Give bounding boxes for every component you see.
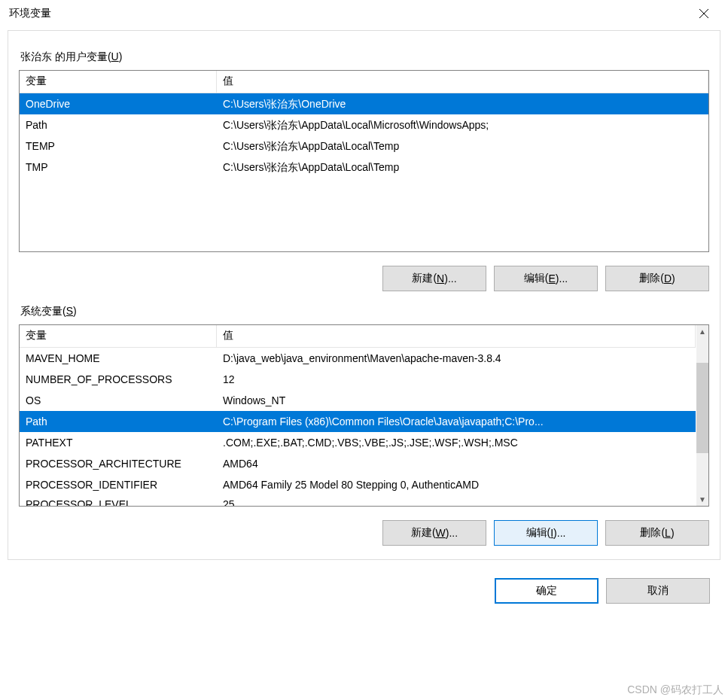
sys-list-header: 变量 值	[20, 325, 696, 348]
ok-button[interactable]: 确定	[495, 578, 599, 604]
user-vars-label: 张治东 的用户变量(U)	[20, 50, 709, 64]
header-variable[interactable]: 变量	[20, 71, 217, 93]
dialog-button-row: 确定 取消	[0, 578, 710, 604]
cell-variable: TEMP	[20, 135, 217, 157]
table-row[interactable]: PathC:\Users\张治东\AppData\Local\Microsoft…	[20, 114, 708, 135]
sys-edit-button[interactable]: 编辑(I)...	[494, 520, 598, 546]
cancel-button[interactable]: 取消	[606, 578, 710, 604]
cell-value: 25	[217, 495, 696, 506]
cell-variable: MAVEN_HOME	[20, 348, 217, 369]
cell-value: AMD64 Family 25 Model 80 Stepping 0, Aut…	[217, 474, 696, 495]
cell-variable: TMP	[20, 157, 217, 178]
table-row[interactable]: TMPC:\Users\张治东\AppData\Local\Temp	[20, 157, 708, 178]
table-row[interactable]: OSWindows_NT	[20, 390, 696, 411]
system-button-row: 新建(W)... 编辑(I)... 删除(L)	[19, 520, 709, 546]
cell-value: Windows_NT	[217, 390, 696, 411]
window-title: 环境变量	[9, 7, 689, 20]
cell-value: D:\java_web\java_environment\Maven\apach…	[217, 348, 696, 369]
table-row[interactable]: OneDriveC:\Users\张治东\OneDrive	[20, 93, 708, 114]
cell-variable: PROCESSOR_ARCHITECTURE	[20, 453, 217, 474]
titlebar: 环境变量	[0, 0, 728, 27]
table-row[interactable]: TEMPC:\Users\张治东\AppData\Local\Temp	[20, 135, 708, 157]
table-row[interactable]: NUMBER_OF_PROCESSORS12	[20, 369, 696, 390]
cell-variable: OS	[20, 390, 217, 411]
cell-variable: NUMBER_OF_PROCESSORS	[20, 369, 217, 390]
table-row[interactable]: PROCESSOR_IDENTIFIERAMD64 Family 25 Mode…	[20, 474, 696, 495]
cell-variable: Path	[20, 114, 217, 135]
header-variable[interactable]: 变量	[20, 325, 217, 347]
cell-value: C:\Program Files (x86)\Common Files\Orac…	[217, 411, 696, 432]
header-value[interactable]: 值	[217, 71, 708, 93]
cell-value: .COM;.EXE;.BAT;.CMD;.VBS;.VBE;.JS;.JSE;.…	[217, 432, 696, 453]
sys-new-button[interactable]: 新建(W)...	[382, 520, 486, 546]
user-list-header: 变量 值	[20, 71, 708, 93]
cell-value: AMD64	[217, 453, 696, 474]
table-row[interactable]: PROCESSOR_LEVEL25	[20, 495, 696, 506]
watermark: CSDN @码农打工人	[627, 683, 723, 697]
cell-value: C:\Users\张治东\AppData\Local\Temp	[217, 157, 708, 178]
user-button-row: 新建(N)... 编辑(E)... 删除(D)	[19, 266, 709, 291]
scroll-thumb[interactable]	[696, 363, 708, 453]
cell-value: C:\Users\张治东\AppData\Local\Temp	[217, 135, 708, 157]
cell-variable: PROCESSOR_IDENTIFIER	[20, 474, 217, 495]
cell-variable: PROCESSOR_LEVEL	[20, 495, 217, 506]
user-vars-list[interactable]: 变量 值 OneDriveC:\Users\张治东\OneDrivePathC:…	[19, 70, 709, 252]
dialog-body: 张治东 的用户变量(U) 变量 值 OneDriveC:\Users\张治东\O…	[8, 30, 720, 560]
scrollbar[interactable]: ▲ ▼	[696, 325, 708, 506]
scroll-up-icon[interactable]: ▲	[696, 325, 708, 338]
table-row[interactable]: MAVEN_HOMED:\java_web\java_environment\M…	[20, 348, 696, 369]
system-vars-label: 系统变量(S)	[20, 305, 709, 318]
system-vars-list[interactable]: 变量 值 MAVEN_HOMED:\java_web\java_environm…	[19, 324, 709, 507]
cell-variable: OneDrive	[20, 93, 217, 114]
cell-value: C:\Users\张治东\OneDrive	[217, 93, 708, 114]
close-icon[interactable]	[689, 2, 719, 25]
header-value[interactable]: 值	[217, 325, 696, 347]
table-row[interactable]: PROCESSOR_ARCHITECTUREAMD64	[20, 453, 696, 474]
sys-delete-button[interactable]: 删除(L)	[605, 520, 709, 546]
user-delete-button[interactable]: 删除(D)	[605, 266, 709, 291]
table-row[interactable]: PathC:\Program Files (x86)\Common Files\…	[20, 411, 696, 432]
scroll-down-icon[interactable]: ▼	[696, 493, 708, 506]
user-new-button[interactable]: 新建(N)...	[382, 266, 486, 291]
user-edit-button[interactable]: 编辑(E)...	[494, 266, 598, 291]
cell-value: 12	[217, 369, 696, 390]
cell-variable: Path	[20, 411, 217, 432]
cell-variable: PATHEXT	[20, 432, 217, 453]
table-row[interactable]: PATHEXT.COM;.EXE;.BAT;.CMD;.VBS;.VBE;.JS…	[20, 432, 696, 453]
cell-value: C:\Users\张治东\AppData\Local\Microsoft\Win…	[217, 114, 708, 135]
